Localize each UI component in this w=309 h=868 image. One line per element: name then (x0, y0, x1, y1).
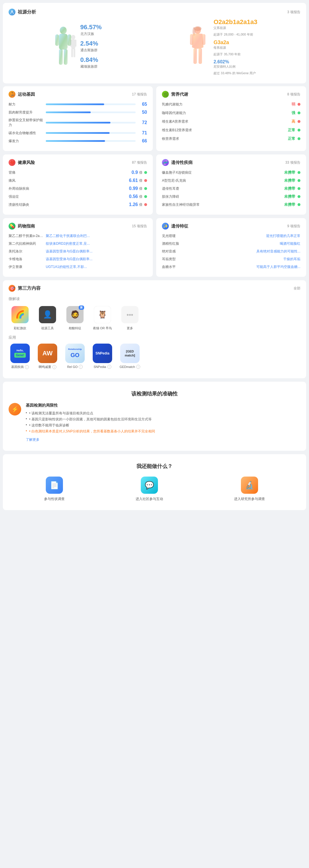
disease-dot (298, 179, 300, 182)
stat-label-1: 北方汉族 (80, 32, 102, 36)
app-item-label: GEDmatch (119, 365, 135, 369)
what-action[interactable]: 🔬 进入研究所参与调查 (234, 476, 265, 501)
what-action-icon: 💬 (141, 476, 158, 494)
svg-rect-17 (202, 34, 205, 45)
accuracy-content: 基因检测的局限性 • 该检测无法覆盖所有与该项目相关的位点• 基因只是影响性状的… (26, 403, 300, 442)
nutrition-icon: 🌿 (162, 91, 169, 98)
what-action-label: 进入社区参与互动 (136, 497, 163, 501)
sport-item-label: 爆发力 (9, 139, 43, 144)
micro-item-icon: 👤 (38, 305, 57, 324)
health-report-link[interactable]: 87 项报告 (132, 160, 147, 165)
mother-sub-label: 起源于 35,700 年前 (213, 52, 257, 57)
micro-item[interactable]: 👤 祖源工具 (36, 305, 59, 331)
health-item-unit: 倍 (139, 178, 142, 183)
health-card-title: ❤️ 健康风险 (9, 159, 35, 166)
info-icon[interactable]: i (25, 365, 29, 369)
sport-item-value: 71 (138, 130, 147, 135)
micro-item-label: 夜猫 OR 早鸟 (93, 326, 112, 331)
sport-card-title: 🏃 运动基因 (9, 91, 35, 98)
drug-item-name: 第二代抗精神病药 (9, 241, 46, 246)
ancestry-body: 96.57% 北方汉族 2.54% 通古斯族群 0.84% 藏缅族族群 (9, 18, 300, 78)
trait-item-value: 干燥的耳垢 (185, 257, 300, 261)
accuracy-point: • 基因只是影响性状的一小部分因素，其他可能的因素包括生活环境和生活方式等 (26, 416, 300, 423)
sport-bar-fill (46, 140, 105, 142)
info-icon[interactable]: i (53, 365, 56, 369)
app-item[interactable]: SNPedia SNPedia i (91, 344, 114, 369)
health-item-label: 强迫症 (9, 194, 129, 199)
drug-item-result: 聚乙二醇化干扰素联合利巴... (46, 234, 147, 239)
health-item: 背痛 0.9 倍 (9, 170, 147, 175)
health-item: 溃疡性结肠炎 1.26 倍 (9, 202, 147, 207)
nutrition-dot (298, 120, 300, 123)
svg-rect-6 (64, 49, 68, 65)
app-item[interactable]: RelationshipGO Rel GO i (64, 344, 87, 369)
disease-item: 家族性自主神经功能异常 未携带 (162, 202, 300, 207)
father-haplogroup: O2a2b1a2a1a3 (213, 18, 257, 26)
nutrition-item: 乳糖代谢能力 弱 (162, 102, 300, 107)
what-action-icon: 🔬 (241, 476, 258, 494)
micro-item-icon: 🧔 新 (65, 305, 85, 324)
health-title-text: 健康风险 (18, 160, 35, 165)
sport-item: 静置前交叉韧带保护能力 72 (9, 118, 147, 127)
what-action-label: 进入研究所参与调查 (234, 497, 265, 501)
drug-report-link[interactable]: 15 项报告 (132, 224, 147, 229)
learn-more-link[interactable]: 了解更多 (26, 437, 300, 442)
genetic-disease-card-title: 🧬 遗传性疾病 (162, 159, 193, 166)
svg-text:•••: ••• (127, 311, 133, 318)
what-action[interactable]: 💬 进入社区参与互动 (136, 476, 163, 501)
what-action-label: 参与性状调查 (44, 497, 65, 501)
disease-item: 遗传性耳聋 未携带 (162, 186, 300, 191)
sport-item-value: 50 (138, 110, 147, 115)
app-item-icon-wrap: [GEDmatch] (120, 344, 140, 363)
sport-item-value: 65 (138, 102, 147, 107)
drug-trait-row: 💊 药物指南 15 项报告 聚乙二醇干扰素α-2a、某... 聚乙二醇化干扰素联… (3, 218, 306, 277)
sport-report-link[interactable]: 17 项报告 (132, 92, 147, 97)
nutrition-item-value: 正常 (288, 136, 295, 141)
drug-item-result: UGT1A1的链性正常,不影... (46, 265, 147, 269)
app-item[interactable]: Hello,Gene! 基因疾病 i (9, 344, 32, 369)
ancestry-title-text: 祖源分析 (18, 9, 36, 15)
nutrition-card-title: 🌿 营养代谢 (162, 91, 188, 98)
micro-item[interactable]: ••• 更多 (118, 305, 141, 331)
third-party-header: 🎯 第三方内容 全部 (9, 285, 300, 292)
drug-item-result: 纹状体DRD2的密度正常,呈... (46, 241, 147, 246)
disease-item: A型范尼-氏克病 未携带 (162, 178, 300, 183)
micro-item-label: 祖源工具 (41, 326, 54, 331)
micro-item[interactable]: 🧔 新 相貌特征 (64, 305, 87, 331)
health-item: 强迫症 0.56 倍 (9, 194, 147, 199)
micro-item[interactable]: 🌈 彩虹旗款 (9, 305, 32, 331)
ancestry-report-link[interactable]: 3 项报告 (287, 10, 300, 14)
trait-card-title: ✨ 遗传特征 (162, 223, 188, 229)
sport-item-value: 66 (138, 138, 147, 144)
ancestry-left: 96.57% 北方汉族 2.54% 通古斯族群 0.84% 藏缅族族群 (52, 24, 102, 72)
app-item[interactable]: AW 啊鸣减重 i (36, 344, 59, 369)
third-party-title: 🎯 第三方内容 (9, 285, 41, 292)
disease-item-value: 未携带 (284, 202, 295, 207)
third-party-all-link[interactable]: 全部 (294, 286, 300, 291)
info-icon[interactable]: i (107, 365, 111, 369)
info-icon[interactable]: i (136, 365, 140, 369)
accuracy-subtitle: 基因检测的局限性 (26, 403, 300, 408)
ancestry-header: 祖源分析 3 项报告 (9, 9, 300, 16)
nutrition-item-value: 高 (291, 119, 295, 124)
trait-report-link[interactable]: 9 项报告 (287, 224, 300, 229)
svg-rect-19 (199, 48, 202, 64)
health-item-value: 0.56 (129, 194, 138, 199)
app-item[interactable]: [GEDmatch] GEDmatch i (118, 344, 141, 369)
nutrition-report-link[interactable]: 8 项报告 (287, 92, 300, 97)
stat-item-2: 2.54% 通古斯族群 (80, 40, 102, 53)
wegene-percent: 2.602% (213, 59, 257, 64)
info-icon[interactable]: i (79, 365, 83, 369)
nutrition-item-value: 弱 (291, 102, 295, 107)
drug-item-name: 美托洛尔 (9, 249, 46, 254)
micro-item-icon: ••• (120, 305, 140, 324)
disease-item-value: 未携带 (284, 186, 295, 191)
what-action-icon: 📄 (46, 476, 63, 494)
trait-item-value: 喝酒可能脸红 (185, 241, 300, 246)
genetic-disease-report-link[interactable]: 33 项报告 (285, 160, 300, 165)
micro-item[interactable]: 🦉 夜猫 OR 早鸟 (91, 305, 114, 331)
what-action[interactable]: 📄 参与性状调查 (44, 476, 65, 501)
sport-item-label: 肌肉耐劳度提升 (9, 110, 43, 115)
trait-item-label: 见光喷嚏 (162, 234, 185, 239)
svg-text:🌈: 🌈 (15, 310, 25, 319)
